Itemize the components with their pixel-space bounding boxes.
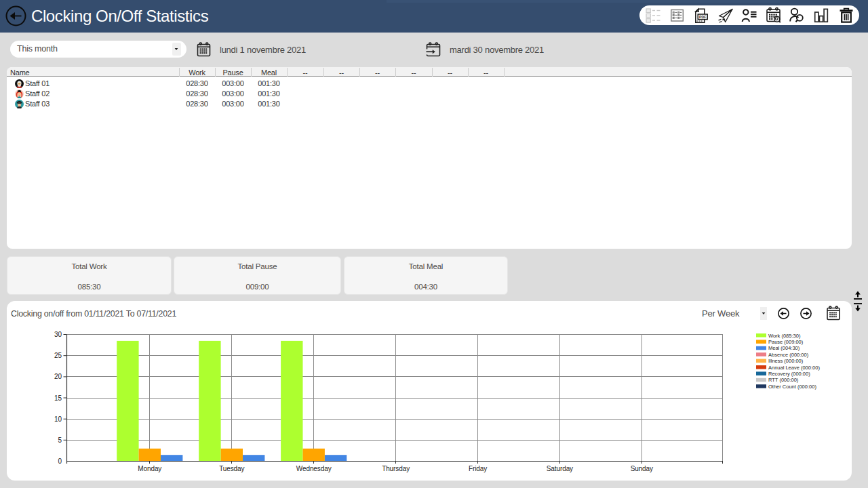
svg-text:Meal (004:30): Meal (004:30) bbox=[768, 345, 800, 351]
svg-text:Sunday: Sunday bbox=[631, 465, 653, 472]
svg-text:Recovery (000:00): Recovery (000:00) bbox=[768, 371, 810, 377]
svg-text:Annual Leave (000:00): Annual Leave (000:00) bbox=[768, 365, 820, 371]
svg-text:Other Count (000:00): Other Count (000:00) bbox=[768, 384, 816, 390]
svg-text:Friday: Friday bbox=[469, 465, 487, 472]
svg-text:RTT (000:00): RTT (000:00) bbox=[768, 377, 799, 383]
svg-text:Work (085:30): Work (085:30) bbox=[768, 333, 801, 339]
svg-text:Thursday: Thursday bbox=[382, 465, 410, 472]
svg-text:Saturday: Saturday bbox=[547, 465, 573, 472]
svg-text:0: 0 bbox=[58, 458, 62, 465]
svg-text:10: 10 bbox=[54, 415, 62, 423]
svg-text:20: 20 bbox=[54, 373, 62, 380]
svg-text:15: 15 bbox=[54, 394, 62, 402]
svg-text:5: 5 bbox=[58, 436, 62, 444]
svg-text:Illness (000:00): Illness (000:00) bbox=[768, 358, 804, 364]
svg-text:PDF: PDF bbox=[699, 15, 706, 19]
svg-text:Wednesday: Wednesday bbox=[296, 465, 332, 472]
svg-text:Pause (009:00): Pause (009:00) bbox=[768, 339, 804, 345]
svg-text:Tuesday: Tuesday bbox=[219, 465, 244, 472]
svg-text:25: 25 bbox=[54, 352, 62, 359]
svg-text:Monday: Monday bbox=[138, 465, 161, 472]
svg-text:Absence (000:00): Absence (000:00) bbox=[768, 352, 809, 358]
svg-text:30: 30 bbox=[54, 331, 62, 338]
